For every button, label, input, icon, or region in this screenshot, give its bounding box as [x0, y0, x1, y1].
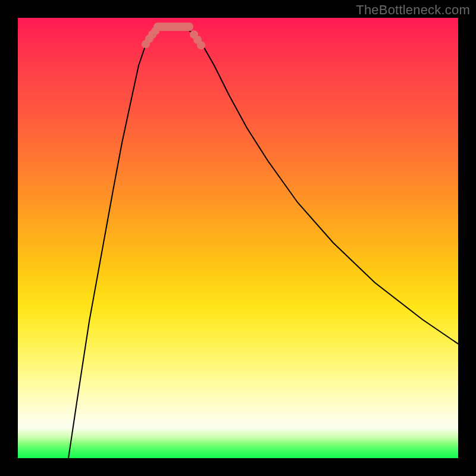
watermark-text: TheBottleneck.com [356, 2, 470, 18]
svg-point-3 [151, 27, 159, 35]
chart-frame: TheBottleneck.com [0, 0, 476, 476]
svg-point-6 [197, 41, 205, 49]
curves-layer [18, 18, 458, 458]
curve-right [187, 29, 458, 344]
curve-left [68, 29, 159, 458]
plot-area [18, 18, 458, 458]
